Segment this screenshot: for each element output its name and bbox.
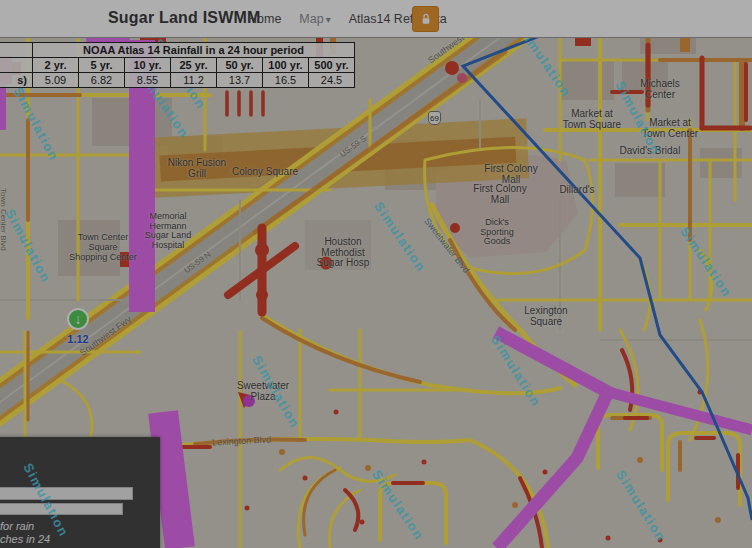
col-25yr: 25 yr. [171,58,217,73]
map-canvas[interactable]: Simulation Simulation Simulation Simulat… [0,38,752,548]
map-label-nikon-fusion-grill: Nikon FusionGrill [168,158,226,179]
highway-shield-69: 69 [428,111,441,125]
rainfall-table: NOAA Atlas 14 Rainfall in a 24 hour peri… [0,42,355,88]
rainfall-table-title-row: NOAA Atlas 14 Rainfall in a 24 hour peri… [0,43,355,58]
col-100yr: 100 yr. [263,58,309,73]
app-title: Sugar Land ISWMM [108,9,261,27]
header-action-button[interactable] [412,6,439,32]
rainfall-table-title: NOAA Atlas 14 Rainfall in a 24 hour peri… [33,43,355,58]
simulation-settings-panel: for rain ches in 24 [0,437,160,548]
map-label-town-center-square: Town CenterSquare Shopping Center [69,232,137,262]
val-50yr: 13.7 [217,73,263,88]
app-header: Sugar Land ISWMM Home Map▾ Atlas14 Ref. … [0,0,752,38]
nav-map-dropdown[interactable]: Map▾ [299,12,330,26]
map-label-lexington-square: LexingtonSquare [524,306,567,327]
panel-caption-line2: ches in 24 [0,533,50,545]
val-100yr: 16.5 [263,73,309,88]
rainfall-row-label: s) [0,73,33,88]
chevron-down-icon: ▾ [326,14,331,25]
rainfall-row-label-cut [0,58,33,73]
map-label-memorial-hermann: MemorialHermann Sugar LandHospital [145,212,192,250]
map-label-first-colony-mall-2: First ColonyMall [473,184,526,205]
map-label-market-at-town-square: Market atTown Square [563,109,621,130]
map-label-dillards: Dillard's [559,185,594,196]
panel-caption-line1: for rain [0,520,34,532]
val-25yr: 11.2 [171,73,217,88]
rainfall-table-values-row: s) 5.09 6.82 8.55 11.2 13.7 16.5 24.5 [0,73,355,88]
panel-input-field[interactable] [0,487,133,500]
val-500yr: 24.5 [309,73,355,88]
lock-icon [418,11,434,27]
rainfall-table-header-row: 2 yr. 5 yr. 10 yr. 25 yr. 50 yr. 100 yr.… [0,58,355,73]
app-window: Simulation Simulation Simulation Simulat… [0,0,752,548]
map-label-michaels-center: MichaelsCenter [640,79,679,100]
map-label-dicks-sporting-goods: Dick'sSporting Goods [480,218,514,247]
col-5yr: 5 yr. [79,58,125,73]
val-10yr: 8.55 [125,73,171,88]
result-marker[interactable]: ↓ 1.12 [67,308,89,345]
val-5yr: 6.82 [79,73,125,88]
rainfall-table-corner [0,43,33,58]
map-label-houston-methodist: HoustonMethodist Sugar Hosp [317,237,370,269]
val-2yr: 5.09 [33,73,79,88]
col-50yr: 50 yr. [217,58,263,73]
col-10yr: 10 yr. [125,58,171,73]
map-label-colony-square: Colony Square [232,167,298,178]
map-label-first-colony-mall: First ColonyMall [484,164,537,185]
col-2yr: 2 yr. [33,58,79,73]
marker-value: 1.12 [67,333,89,345]
marker-down-arrow-icon[interactable]: ↓ [67,308,89,330]
nav-home[interactable]: Home [248,12,281,26]
col-500yr: 500 yr. [309,58,355,73]
